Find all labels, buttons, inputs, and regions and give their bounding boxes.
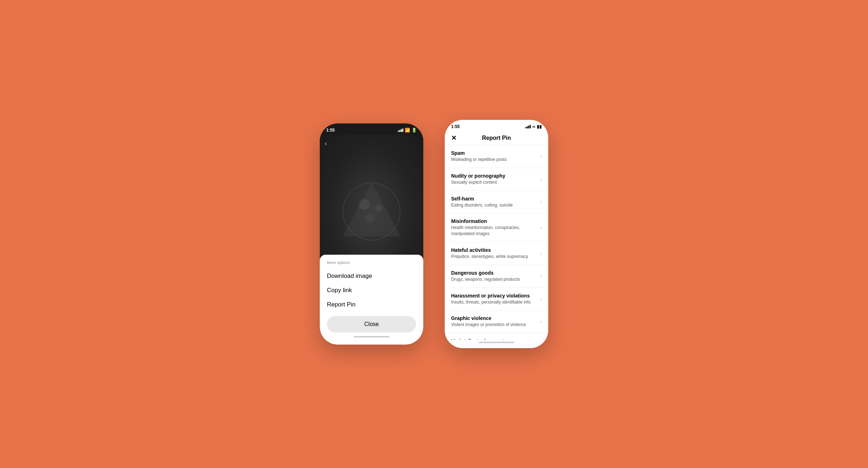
report-item-misinformation[interactable]: Misinformation Health misinformation, co… <box>445 213 548 242</box>
report-item-self-harm-title: Self-harm <box>451 196 537 202</box>
report-item-harassment-text: Harassment or privacy violations Insults… <box>451 293 537 305</box>
svg-point-2 <box>359 199 370 210</box>
report-item-nudity-text: Nudity or pornography Sexually explicit … <box>451 173 537 185</box>
close-button[interactable]: Close <box>327 316 416 332</box>
report-item-dangerous-subtitle: Drugs, weapons, regulated products <box>451 276 537 283</box>
report-item-hateful[interactable]: Hateful activities Prejudice, stereotype… <box>445 242 548 265</box>
report-item-nudity-title: Nudity or pornography <box>451 173 537 179</box>
time-right: 1:55 <box>451 124 460 129</box>
bottom-sheet: More options Download image Copy link Re… <box>320 255 423 345</box>
wifi-icon-right: ∞ <box>532 124 535 129</box>
chevron-icon-self-harm: › <box>540 199 542 205</box>
report-item-spam[interactable]: Spam Misleading or repetitive posts › <box>445 145 548 168</box>
report-item-harassment-title: Harassment or privacy violations <box>451 293 537 299</box>
status-icons-right: ∞ ▮▮ <box>525 124 542 129</box>
report-item-violence-title: Graphic violence <box>451 315 537 321</box>
download-image-button[interactable]: Download image <box>327 269 416 283</box>
report-item-misinformation-title: Misinformation <box>451 218 537 224</box>
right-phone: 1:55 ∞ ▮▮ ✕ Report Pin Spam Misleading o… <box>445 120 548 348</box>
report-item-dangerous-title: Dangerous goods <box>451 270 537 276</box>
report-list: Spam Misleading or repetitive posts › Nu… <box>445 145 548 340</box>
signal-icon-right <box>525 125 531 128</box>
battery-icon-left: 🔋 <box>412 128 417 133</box>
report-item-violence[interactable]: Graphic violence Violent images or promo… <box>445 310 548 333</box>
report-item-hateful-subtitle: Prejudice, stereotypes, white supremacy <box>451 254 537 260</box>
chevron-icon-violence: › <box>540 319 542 325</box>
home-indicator-left <box>354 336 389 337</box>
chevron-icon-misinformation: › <box>540 225 542 230</box>
report-item-dangerous-text: Dangerous goods Drugs, weapons, regulate… <box>451 270 537 283</box>
report-item-misinformation-text: Misinformation Health misinformation, co… <box>451 218 537 237</box>
report-item-nudity[interactable]: Nudity or pornography Sexually explicit … <box>445 168 548 191</box>
report-item-spam-title: Spam <box>451 150 537 156</box>
report-item-harassment-subtitle: Insults, threats, personally identifiabl… <box>451 299 537 305</box>
report-item-hateful-text: Hateful activities Prejudice, stereotype… <box>451 247 537 260</box>
report-item-self-harm-text: Self-harm Eating disorders, cutting, sui… <box>451 196 537 208</box>
copy-link-button[interactable]: Copy link <box>327 283 416 297</box>
status-icons-left: 📶 🔋 <box>398 128 417 133</box>
report-item-self-harm-subtitle: Eating disorders, cutting, suicide <box>451 202 537 208</box>
report-item-self-harm[interactable]: Self-harm Eating disorders, cutting, sui… <box>445 191 548 214</box>
chevron-icon-dangerous: › <box>540 273 542 279</box>
report-header: ✕ Report Pin <box>445 131 548 145</box>
svg-point-4 <box>365 214 374 223</box>
chevron-icon-harassment: › <box>540 296 542 302</box>
report-item-hateful-title: Hateful activities <box>451 247 537 253</box>
report-item-harassment[interactable]: Harassment or privacy violations Insults… <box>445 288 548 311</box>
status-bar-right: 1:55 ∞ ▮▮ <box>445 120 548 131</box>
report-item-nudity-subtitle: Sexually explicit content <box>451 179 537 185</box>
sheet-title: More options <box>327 260 416 265</box>
time-left: 1:55 <box>326 128 335 133</box>
report-pin-button[interactable]: Report Pin <box>327 297 416 312</box>
report-item-ip[interactable]: My intellectual property Copyright or tr… <box>445 333 548 340</box>
report-item-violence-subtitle: Violent images or promotion of violence <box>451 322 537 328</box>
signal-icon-left <box>398 128 403 132</box>
back-arrow-icon[interactable]: ‹ <box>325 140 327 147</box>
content-image <box>339 179 404 244</box>
chevron-icon-nudity: › <box>540 176 542 182</box>
status-bar-left: 1:55 📶 🔋 <box>320 123 423 135</box>
svg-point-3 <box>375 204 382 212</box>
chevron-icon-spam: › <box>540 153 542 159</box>
close-x-button[interactable]: ✕ <box>451 134 456 142</box>
report-item-spam-subtitle: Misleading or repetitive posts <box>451 157 537 163</box>
battery-icon-right: ▮▮ <box>537 124 542 129</box>
report-item-ip-title: My intellectual property <box>451 338 537 340</box>
report-item-spam-text: Spam Misleading or repetitive posts <box>451 150 537 163</box>
home-indicator-right <box>479 342 514 343</box>
report-item-misinformation-subtitle: Health misinformation, conspiracies, man… <box>451 225 537 237</box>
report-item-ip-text: My intellectual property Copyright or tr… <box>451 338 537 340</box>
wifi-icon-left: 📶 <box>405 128 410 133</box>
left-phone: 1:55 📶 🔋 ‹ 📷 <box>320 123 423 345</box>
chevron-icon-hateful: › <box>540 250 542 256</box>
report-item-dangerous[interactable]: Dangerous goods Drugs, weapons, regulate… <box>445 265 548 288</box>
report-item-violence-text: Graphic violence Violent images or promo… <box>451 315 537 328</box>
report-title: Report Pin <box>482 135 511 141</box>
